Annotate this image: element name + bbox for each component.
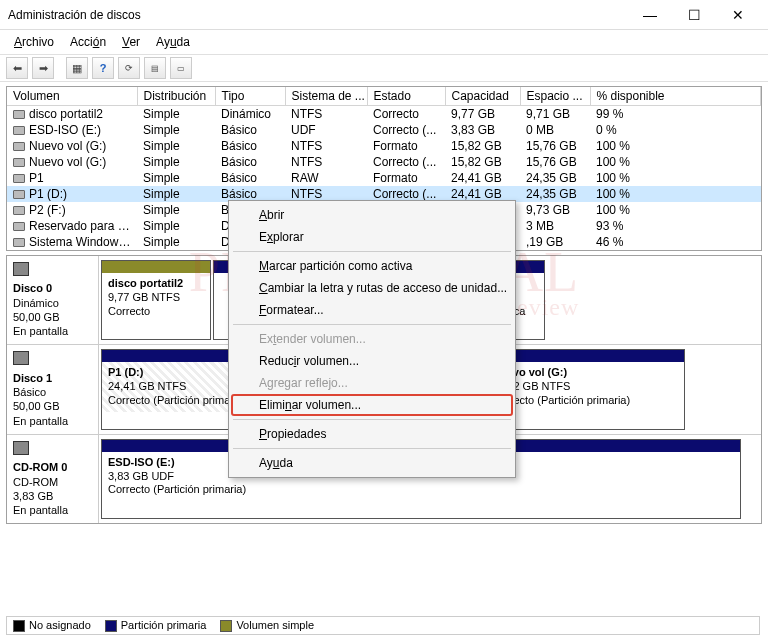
context-menu-item[interactable]: Propiedades	[231, 423, 513, 445]
context-menu-item[interactable]: Formatear...	[231, 299, 513, 321]
refresh-button[interactable]: ⟳	[118, 57, 140, 79]
view-button[interactable]: ▦	[66, 57, 88, 79]
disk-info: Disco 0Dinámico50,00 GBEn pantalla	[7, 256, 99, 344]
legend-item: Volumen simple	[220, 619, 314, 632]
column-header[interactable]: Espacio ...	[520, 87, 590, 106]
table-row[interactable]: P1SimpleBásicoRAWFormato24,41 GB24,35 GB…	[7, 170, 761, 186]
menu-item[interactable]: Archivo	[6, 32, 62, 52]
disk-info: Disco 1Básico50,00 GBEn pantalla	[7, 345, 99, 433]
column-header[interactable]: Sistema de ...	[285, 87, 367, 106]
column-header[interactable]: Volumen	[7, 87, 137, 106]
context-menu-item[interactable]: Cambiar la letra y rutas de acceso de un…	[231, 277, 513, 299]
legend-item: Partición primaria	[105, 619, 207, 632]
context-menu-item: Extender volumen...	[231, 328, 513, 350]
table-row[interactable]: Nuevo vol (G:)SimpleBásicoNTFSCorrecto (…	[7, 154, 761, 170]
layout-top-button[interactable]: ▤	[144, 57, 166, 79]
context-menu-item[interactable]: Reducir volumen...	[231, 350, 513, 372]
titlebar: Administración de discos — ☐ ✕	[0, 0, 768, 30]
disk-info: CD-ROM 0CD-ROM3,83 GBEn pantalla	[7, 435, 99, 523]
toolbar: ⬅ ➡ ▦ ? ⟳ ▤ ▭	[0, 54, 768, 82]
context-menu-item[interactable]: Abrir	[231, 204, 513, 226]
help-icon[interactable]: ?	[92, 57, 114, 79]
disk-icon	[13, 351, 29, 365]
menu-item[interactable]: Acción	[62, 32, 114, 52]
column-header[interactable]: Estado	[367, 87, 445, 106]
disk-icon	[13, 441, 29, 455]
context-menu-item[interactable]: Marcar partición como activa	[231, 255, 513, 277]
nav-back-button[interactable]: ⬅	[6, 57, 28, 79]
table-row[interactable]: disco portatil2SimpleDinámicoNTFSCorrect…	[7, 106, 761, 123]
menubar: ArchivoAcciónVerAyuda	[0, 30, 768, 54]
partition[interactable]: disco portatil29,77 GB NTFSCorrecto	[101, 260, 211, 340]
close-button[interactable]: ✕	[716, 1, 760, 29]
column-header[interactable]: Capacidad	[445, 87, 520, 106]
minimize-button[interactable]: —	[628, 1, 672, 29]
column-header[interactable]: Distribución	[137, 87, 215, 106]
context-menu-item[interactable]: Ayuda	[231, 452, 513, 474]
column-header[interactable]: Tipo	[215, 87, 285, 106]
table-row[interactable]: ESD-ISO (E:)SimpleBásicoUDFCorrecto (...…	[7, 122, 761, 138]
legend-item: No asignado	[13, 619, 91, 632]
context-menu-item[interactable]: Eliminar volumen...	[231, 394, 513, 416]
maximize-button[interactable]: ☐	[672, 1, 716, 29]
context-menu-item[interactable]: Explorar	[231, 226, 513, 248]
menu-item[interactable]: Ver	[114, 32, 148, 52]
table-row[interactable]: Nuevo vol (G:)SimpleBásicoNTFSFormato15,…	[7, 138, 761, 154]
window-title: Administración de discos	[8, 8, 628, 22]
layout-bottom-button[interactable]: ▭	[170, 57, 192, 79]
disk-icon	[13, 262, 29, 276]
nav-fwd-button[interactable]: ➡	[32, 57, 54, 79]
legend: No asignadoPartición primariaVolumen sim…	[6, 616, 760, 635]
context-menu-item: Agregar reflejo...	[231, 372, 513, 394]
column-header[interactable]: % disponible	[590, 87, 761, 106]
context-menu: AbrirExplorarMarcar partición como activ…	[228, 200, 516, 478]
menu-item[interactable]: Ayuda	[148, 32, 198, 52]
